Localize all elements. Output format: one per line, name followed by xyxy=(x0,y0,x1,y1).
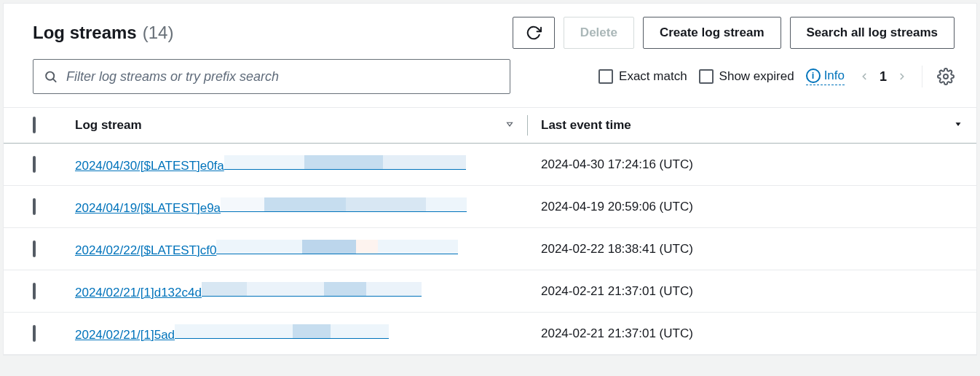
refresh-icon xyxy=(526,25,542,41)
search-input[interactable] xyxy=(66,69,499,85)
log-stream-link[interactable]: 2024/02/21/[1]5ad xyxy=(75,328,175,342)
chevron-left-icon xyxy=(859,68,869,85)
redacted-segment xyxy=(175,324,293,339)
log-stream-cell: 2024/04/19/[$LATEST]e9a xyxy=(62,186,528,228)
checkbox-icon xyxy=(33,240,36,257)
row-checkbox-cell[interactable] xyxy=(4,228,62,270)
redacted-segment xyxy=(247,282,324,297)
log-stream-column-header[interactable]: Log stream xyxy=(62,108,528,144)
title-wrap: Log streams (14) xyxy=(33,23,173,43)
row-checkbox-cell[interactable] xyxy=(4,313,62,355)
redacted-segment xyxy=(293,324,331,339)
checkbox-icon xyxy=(699,69,714,84)
row-checkbox-cell[interactable] xyxy=(4,186,62,228)
table-row: 2024/04/30/[$LATEST]e0fa2024-04-30 17:24… xyxy=(4,144,976,186)
checkbox-icon xyxy=(33,325,36,342)
row-checkbox-cell[interactable] xyxy=(4,270,62,313)
redacted-segment xyxy=(346,197,426,212)
log-stream-cell: 2024/02/21/[1]d132c4d xyxy=(62,270,528,313)
page-title: Log streams xyxy=(33,23,137,43)
redacted-segment xyxy=(302,240,356,254)
redacted-segment xyxy=(202,282,247,297)
gear-icon xyxy=(937,68,955,85)
redacted-segment xyxy=(304,155,383,170)
redacted-segment xyxy=(331,324,389,339)
info-icon: i xyxy=(806,68,821,83)
checkbox-icon xyxy=(33,198,36,215)
log-stream-link[interactable]: 2024/02/21/[1]d132c4d xyxy=(75,286,202,300)
page-number: 1 xyxy=(880,69,887,85)
header-actions: Delete Create log stream Search all log … xyxy=(513,17,955,49)
log-stream-cell: 2024/02/21/[1]5ad xyxy=(62,313,528,355)
table-row: 2024/04/19/[$LATEST]e9a2024-04-19 20:59:… xyxy=(4,186,976,228)
sort-icon xyxy=(505,118,515,133)
checkbox-icon xyxy=(598,69,613,84)
redacted-segment xyxy=(378,240,458,254)
refresh-button[interactable] xyxy=(513,17,555,49)
last-event-column-header[interactable]: Last event time xyxy=(528,108,976,144)
pagination: 1 xyxy=(859,68,907,85)
row-checkbox-cell[interactable] xyxy=(4,144,62,186)
sort-icon xyxy=(953,118,963,133)
show-expired-label: Show expired xyxy=(719,69,794,84)
redacted-segment xyxy=(224,155,304,170)
search-icon xyxy=(44,69,58,84)
svg-marker-3 xyxy=(507,122,513,126)
prev-page-button[interactable] xyxy=(859,68,869,85)
show-expired-checkbox[interactable]: Show expired xyxy=(699,69,794,84)
exact-match-checkbox[interactable]: Exact match xyxy=(598,69,687,84)
last-event-cell: 2024-02-22 18:38:41 (UTC) xyxy=(528,228,976,270)
delete-button: Delete xyxy=(564,17,634,49)
svg-marker-4 xyxy=(956,122,961,126)
info-label: Info xyxy=(824,68,845,83)
log-stream-link[interactable]: 2024/04/30/[$LATEST]e0fa xyxy=(75,159,224,173)
log-streams-panel: Log streams (14) Delete Create log strea… xyxy=(3,3,977,356)
search-all-log-streams-button[interactable]: Search all log streams xyxy=(790,17,955,49)
exact-match-label: Exact match xyxy=(619,69,687,84)
search-box[interactable] xyxy=(33,59,510,94)
redacted-segment xyxy=(216,240,302,254)
redacted-segment xyxy=(221,197,264,212)
log-streams-table: Log stream Last event time 2024/04/30/[$… xyxy=(4,107,976,355)
last-event-cell: 2024-04-19 20:59:06 (UTC) xyxy=(528,186,976,228)
redacted-segment xyxy=(383,155,466,170)
divider xyxy=(922,66,922,87)
svg-point-2 xyxy=(944,74,948,79)
next-page-button[interactable] xyxy=(897,68,907,85)
panel-header: Log streams (14) Delete Create log strea… xyxy=(4,4,976,59)
right-controls: Exact match Show expired i Info 1 xyxy=(598,66,955,87)
stream-count: (14) xyxy=(143,23,174,43)
select-all-header[interactable] xyxy=(4,108,62,144)
create-log-stream-button[interactable]: Create log stream xyxy=(643,17,781,49)
last-event-cell: 2024-04-30 17:24:16 (UTC) xyxy=(528,144,976,186)
table-row: 2024/02/22/[$LATEST]cf02024-02-22 18:38:… xyxy=(4,228,976,270)
last-event-cell: 2024-02-21 21:37:01 (UTC) xyxy=(528,313,976,355)
info-link[interactable]: i Info xyxy=(806,68,845,85)
checkbox-icon xyxy=(33,117,36,133)
redacted-segment xyxy=(366,282,422,297)
log-stream-link[interactable]: 2024/02/22/[$LATEST]cf0 xyxy=(75,243,216,258)
log-stream-link[interactable]: 2024/04/19/[$LATEST]e9a xyxy=(75,201,221,216)
table-row: 2024/02/21/[1]5ad2024-02-21 21:37:01 (UT… xyxy=(4,313,976,355)
checkbox-icon xyxy=(33,156,36,173)
chevron-right-icon xyxy=(897,68,907,85)
svg-line-1 xyxy=(53,79,56,82)
redacted-segment xyxy=(356,240,378,254)
checkbox-icon xyxy=(33,283,36,299)
redacted-segment xyxy=(264,197,346,212)
filter-row: Exact match Show expired i Info 1 xyxy=(4,59,976,107)
settings-button[interactable] xyxy=(937,68,955,85)
last-event-cell: 2024-02-21 21:37:01 (UTC) xyxy=(528,270,976,313)
redacted-segment xyxy=(426,197,467,212)
log-stream-cell: 2024/04/30/[$LATEST]e0fa xyxy=(62,144,528,186)
redacted-segment xyxy=(324,282,366,297)
table-row: 2024/02/21/[1]d132c4d2024-02-21 21:37:01… xyxy=(4,270,976,313)
log-stream-cell: 2024/02/22/[$LATEST]cf0 xyxy=(62,228,528,270)
